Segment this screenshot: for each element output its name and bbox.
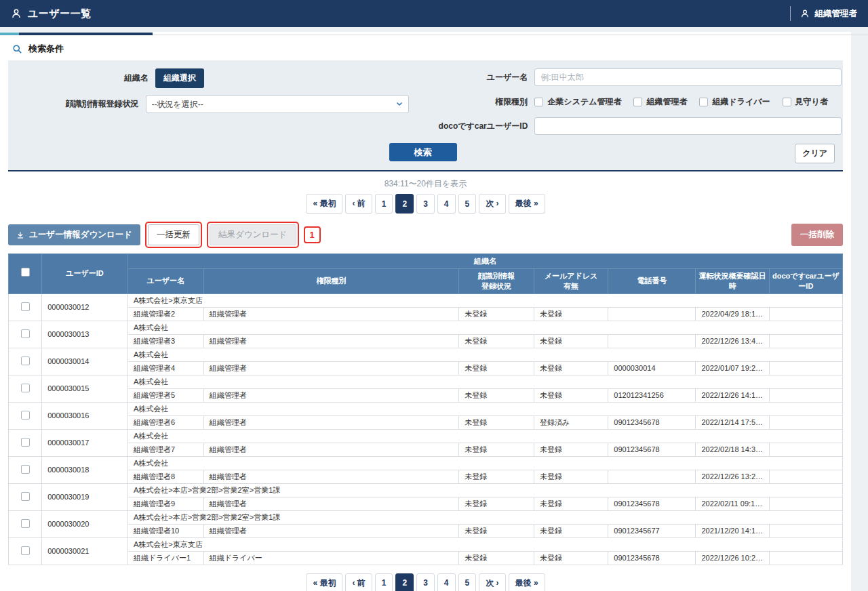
col-email: メールアドレス 有無 (534, 268, 608, 293)
search-button[interactable]: 検索 (389, 143, 457, 161)
page-1[interactable]: 1 (375, 573, 393, 591)
permission-option-3[interactable]: 組織ドライバー (699, 96, 770, 108)
search-icon (12, 44, 22, 54)
account-role-label: 組織管理者 (815, 8, 858, 20)
permission-row: 権限種別 企業システム管理者組織管理者組織ドライバー見守り者 (416, 93, 842, 110)
drive-check-cell: 2022/01/07 19:20:33 (696, 361, 769, 375)
permission-cell: 組織管理者 (203, 361, 458, 375)
toolbar: ユーザー情報ダウンロード 一括更新 結果ダウンロード 1 一括削除 (8, 222, 843, 248)
permission-option-label: 組織ドライバー (712, 96, 770, 108)
org-name-cell: A株式会社 (127, 429, 842, 443)
email-status-cell: 登録済み (534, 415, 608, 429)
org-name-cell: A株式会社 (127, 321, 842, 334)
permission-option-4[interactable]: 見守り者 (783, 96, 828, 108)
result-download-button: 結果ダウンロード (210, 224, 296, 245)
page-1[interactable]: 1 (375, 194, 393, 213)
app-header-left: ユーザー一覧 (11, 7, 92, 20)
search-form: 組織名 組織選択 顔識別情報登録状況 --状況を選択-- (16, 68, 835, 142)
phone-cell (608, 307, 696, 321)
annotation-number-1: 1 (304, 226, 321, 243)
table-row-data: 組織管理者3組織管理者未登録未登録2022/12/26 13:45:09 (9, 334, 843, 348)
page-next[interactable]: 次 › (479, 194, 505, 213)
table-row-org: 0000030013A株式会社 (9, 321, 843, 334)
user-name-cell: 組織管理者3 (127, 334, 203, 348)
select-all-cell (9, 254, 42, 294)
permission-option-1[interactable]: 企業システム管理者 (534, 96, 621, 108)
doco-id-cell (769, 415, 842, 429)
doco-user-id-input[interactable] (534, 117, 842, 135)
table-row-data: 組織管理者7組織管理者未登録未登録090123456782022/02/18 1… (9, 443, 843, 456)
page-prev[interactable]: ‹ 前 (345, 194, 372, 213)
org-name-cell: A株式会社>東京支店 (127, 537, 842, 551)
permission-option-2[interactable]: 組織管理者 (633, 96, 687, 108)
clear-button[interactable]: クリア (795, 144, 835, 163)
doco-id-cell (769, 443, 842, 456)
page-2[interactable]: 2 (395, 573, 414, 591)
permission-cell: 組織管理者 (203, 307, 458, 321)
table-row-data: 組織管理者10組織管理者未登録未登録090123456772021/12/20 … (9, 524, 843, 537)
permission-cell: 組織管理者 (203, 388, 458, 402)
page-first[interactable]: « 最初 (306, 194, 342, 213)
table-row-org: 0000030014A株式会社 (9, 348, 843, 361)
user-info-download-button[interactable]: ユーザー情報ダウンロード (8, 224, 140, 245)
page-prev[interactable]: ‹ 前 (345, 573, 372, 591)
table-row-data: 組織管理者9組織管理者未登録未登録090123456782022/02/11 0… (9, 497, 843, 510)
row-checkbox[interactable] (21, 492, 30, 501)
search-form-right: ユーザー名 権限種別 企業システム管理者組織管理者組織ドライバー見守り者 doc… (416, 68, 842, 142)
user-id-cell: 0000030014 (42, 348, 128, 375)
progress-segment-teal (0, 33, 19, 35)
email-status-cell: 未登録 (534, 470, 608, 483)
page-5[interactable]: 5 (458, 194, 477, 213)
row-checkbox[interactable] (21, 411, 30, 420)
phone-cell: 09012345677 (608, 524, 696, 537)
permission-checkbox[interactable] (633, 98, 642, 106)
account-menu[interactable]: 組織管理者 (790, 6, 858, 21)
user-name-cell: 組織管理者7 (127, 443, 203, 456)
drive-check-cell: 2022/02/11 09:12:59 (696, 497, 769, 510)
user-id-cell: 0000030018 (42, 456, 128, 483)
account-icon (800, 9, 810, 18)
org-name-cell: A株式会社 (127, 375, 842, 388)
row-checkbox[interactable] (21, 519, 30, 528)
bulk-update-button[interactable]: 一括更新 (148, 224, 199, 245)
page-4[interactable]: 4 (437, 573, 456, 591)
row-checkbox[interactable] (21, 356, 30, 365)
row-checkbox[interactable] (21, 302, 30, 311)
page-2[interactable]: 2 (395, 194, 414, 213)
row-checkbox[interactable] (21, 329, 30, 338)
page-3[interactable]: 3 (416, 194, 435, 213)
page-last[interactable]: 最後 » (509, 573, 545, 591)
permission-checkbox[interactable] (534, 98, 543, 106)
user-name-cell: 組織管理者2 (127, 307, 203, 321)
page-first[interactable]: « 最初 (306, 573, 342, 591)
bulk-delete-button[interactable]: 一括削除 (791, 224, 843, 246)
col-face-status-line1: 顔識別情報 (462, 271, 531, 281)
org-select-button[interactable]: 組織選択 (155, 68, 204, 88)
permission-checkbox[interactable] (699, 98, 708, 106)
permission-checkbox[interactable] (783, 98, 791, 106)
table-row-org: 0000030017A株式会社 (9, 429, 843, 443)
user-list-icon (11, 8, 22, 19)
row-checkbox[interactable] (21, 384, 30, 392)
page-4[interactable]: 4 (437, 194, 456, 213)
row-checkbox[interactable] (21, 465, 30, 474)
table-row-org: 0000030020A株式会社>本店>営業2部>営業2室>営業1課 (9, 510, 843, 524)
col-email-line2: 有無 (537, 281, 605, 291)
page-3[interactable]: 3 (416, 573, 435, 591)
page-5[interactable]: 5 (458, 573, 477, 591)
table-row-data: 組織管理者6組織管理者未登録登録済み090123456782022/12/14 … (9, 415, 843, 429)
user-name-label: ユーザー名 (416, 72, 528, 83)
permission-cell: 組織管理者 (203, 415, 458, 429)
page-last[interactable]: 最後 » (509, 194, 545, 213)
pagination-top: « 最初‹ 前12345次 ›最後 » (0, 194, 851, 213)
drive-check-cell: 2022/04/29 18:14:04 (696, 307, 769, 321)
table-row-data: 組織管理者8組織管理者未登録未登録2022/12/26 13:25:00 (9, 470, 843, 483)
user-name-cell: 組織管理者5 (127, 388, 203, 402)
page-next[interactable]: 次 › (479, 573, 505, 591)
face-status-select[interactable]: --状況を選択-- (146, 95, 410, 113)
permission-cell: 組織ドライバー (203, 551, 458, 565)
select-all-checkbox[interactable] (21, 268, 30, 277)
row-checkbox[interactable] (21, 546, 30, 555)
user-name-input[interactable] (534, 68, 842, 86)
row-checkbox[interactable] (21, 438, 30, 447)
